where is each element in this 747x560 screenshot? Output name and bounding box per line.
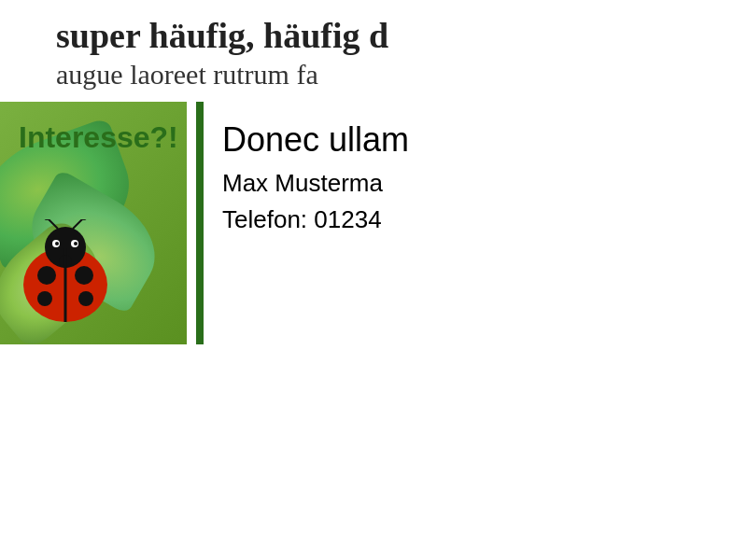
contact-person: Max Musterma [222,169,409,198]
svg-line-98 [47,219,58,229]
canvas-and-scroll: super häufig, häufig d augue laoreet rut… [0,86,747,519]
canvas-text-second: augue laoreet rutrum fa [0,86,747,92]
ladybug-svg [9,219,121,335]
vertical-green-line [196,102,204,344]
contact-phone: Telefon: 01234 [222,205,409,234]
interesse-text: Interesse?! [19,120,178,155]
svg-point-90 [75,266,93,285]
contact-text: Donec ullam Max Musterma Telefon: 01234 [213,102,418,344]
svg-point-93 [59,255,72,268]
svg-point-97 [74,242,78,245]
left-area: Interesse?! [0,102,187,344]
canvas-lower: Interesse?! [0,102,747,344]
svg-point-91 [37,291,52,306]
svg-line-100 [73,219,84,229]
contact-name: Donec ullam [222,120,409,160]
svg-point-89 [37,266,56,285]
doc-canvas: super häufig, häufig d augue laoreet rut… [0,86,747,519]
svg-point-92 [78,291,93,306]
canvas-wrapper: // This runs too late; handled below 225… [0,69,747,539]
main-area: // This runs too late; handled below 225… [0,69,747,539]
svg-point-96 [55,242,59,245]
